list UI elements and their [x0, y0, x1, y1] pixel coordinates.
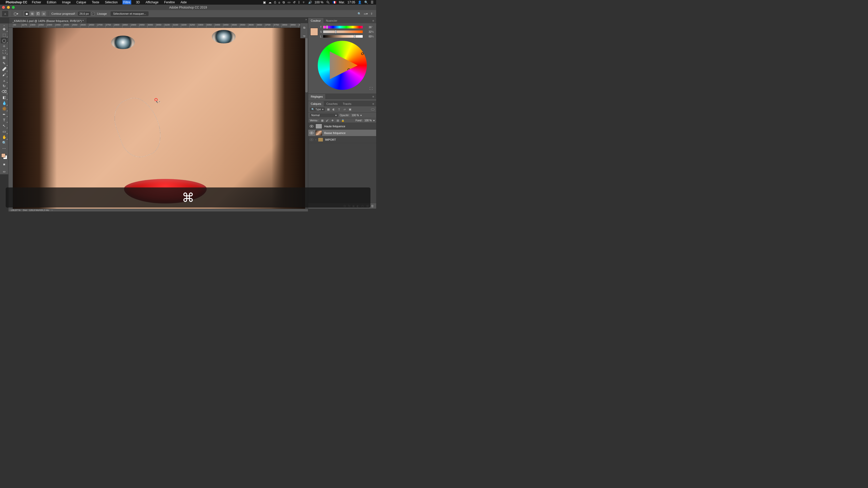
- healing-brush-tool-icon[interactable]: 🩹: [1, 66, 8, 72]
- clone-stamp-tool-icon[interactable]: ⟁: [1, 77, 8, 83]
- menu-3d[interactable]: 3D: [135, 0, 141, 4]
- menubar-day[interactable]: Mar.: [339, 1, 345, 4]
- layer-name[interactable]: IMPORT: [325, 138, 336, 141]
- volume-icon[interactable]: 🔊: [308, 1, 312, 4]
- workspace-switcher-icon[interactable]: ▭▾: [364, 12, 368, 15]
- menu-affichage[interactable]: Affichage: [145, 0, 160, 4]
- window-minimize-button[interactable]: [7, 6, 10, 9]
- color-triangle-picker[interactable]: [347, 68, 350, 71]
- layer-filter-dropdown[interactable]: 🔍 Type ▾: [310, 107, 325, 111]
- menu-image[interactable]: Image: [61, 0, 71, 4]
- fill-value[interactable]: 100 %: [365, 119, 372, 122]
- layer-thumbnail[interactable]: [315, 130, 322, 135]
- foreground-swatch[interactable]: [1, 153, 5, 158]
- pen-tool-icon[interactable]: ✒: [1, 111, 8, 117]
- menubar-time[interactable]: 17:05: [347, 1, 355, 4]
- app-name[interactable]: Photoshop CC: [6, 1, 27, 4]
- layer-name[interactable]: Basse fréquence: [324, 131, 346, 134]
- tab-couches[interactable]: Couches: [324, 101, 340, 106]
- lock-position-icon[interactable]: ✥: [331, 119, 334, 122]
- menu-fenetre[interactable]: Fenêtre: [163, 0, 176, 4]
- rectangle-tool-icon[interactable]: ▭: [1, 129, 8, 134]
- layer-visibility-icon[interactable]: [310, 125, 313, 128]
- color-swatches[interactable]: [1, 153, 8, 160]
- antialias-checkbox[interactable]: ✓: [91, 12, 95, 15]
- lum-value[interactable]: 80: [364, 35, 371, 38]
- document-image[interactable]: ↖⁺: [13, 28, 305, 208]
- zoom-tool-icon[interactable]: 🔍: [1, 140, 8, 145]
- group-expand-icon[interactable]: ›: [315, 138, 316, 141]
- lum-slider-thumb[interactable]: [354, 35, 355, 38]
- timemachine-icon[interactable]: ↺: [293, 1, 296, 4]
- doc-size-info[interactable]: Doc : 126,6 Mo/430,3 Mo: [23, 209, 49, 212]
- menu-aide[interactable]: Aide: [180, 0, 188, 4]
- search-icon[interactable]: 🔍: [358, 12, 361, 15]
- dodge-tool-icon[interactable]: 🔆: [1, 106, 8, 111]
- display-icon[interactable]: ▭: [287, 1, 290, 4]
- lock-artboard-icon[interactable]: ▤: [336, 119, 339, 122]
- color-wheel[interactable]: [318, 41, 367, 90]
- dropbox-icon[interactable]: ⧉: [283, 1, 285, 4]
- cloud-icon[interactable]: ☁: [269, 1, 272, 4]
- move-tool-icon[interactable]: ✥: [1, 26, 8, 32]
- hue-value[interactable]: 36: [364, 26, 371, 29]
- layer-name[interactable]: Haute fréquence: [324, 125, 345, 128]
- share-icon[interactable]: ⇪: [370, 12, 373, 15]
- layer-visibility-icon[interactable]: [310, 138, 313, 141]
- tool-preset-lasso[interactable]: ◯▾: [14, 11, 21, 16]
- battery-icon[interactable]: 🔌: [326, 1, 330, 4]
- screen-record-icon[interactable]: ▣: [263, 1, 266, 4]
- home-button[interactable]: ⌂: [2, 11, 8, 17]
- gradient-tool-icon[interactable]: ◧: [1, 95, 8, 100]
- select-and-mask-button[interactable]: Sélectionner et masquer...: [111, 11, 149, 16]
- layer-thumbnail[interactable]: [315, 124, 322, 129]
- filter-smart-icon[interactable]: ▣: [348, 108, 352, 111]
- bluetooth-icon[interactable]: ᛒ: [298, 1, 300, 4]
- layer-visibility-icon[interactable]: [310, 132, 313, 134]
- selection-subtract-icon[interactable]: ⧠: [36, 11, 40, 16]
- horizontal-ruler[interactable]: 00 2275 2300 2350 2400 2450 2500 2550 26…: [8, 24, 308, 28]
- eraser-tool-icon[interactable]: ⌫: [1, 89, 8, 95]
- crop-tool-icon[interactable]: ⛶: [1, 49, 8, 55]
- sat-value[interactable]: 32: [364, 30, 371, 33]
- tab-couleur[interactable]: Couleur: [308, 18, 323, 23]
- vertical-scrollbar[interactable]: [305, 28, 308, 208]
- menu-fichier[interactable]: Fichier: [31, 0, 42, 4]
- toolbox-expand-handle[interactable]: »: [0, 24, 8, 26]
- panel-collapse-handle[interactable]: »: [304, 18, 308, 22]
- color-triangle[interactable]: [327, 50, 358, 81]
- quick-mask-icon[interactable]: ◙: [1, 161, 8, 167]
- history-brush-tool-icon[interactable]: ↻: [1, 83, 8, 89]
- lock-all-icon[interactable]: 🔒: [341, 119, 345, 122]
- selection-add-icon[interactable]: ⧉: [30, 11, 35, 16]
- selection-intersect-icon[interactable]: ⧈: [41, 11, 46, 16]
- layer-row[interactable]: Haute fréquence: [308, 123, 376, 130]
- color-main-swatch[interactable]: [310, 28, 318, 36]
- menu-filtre[interactable]: Filtre: [122, 0, 131, 4]
- hue-slider-thumb[interactable]: [326, 25, 328, 29]
- vertical-ruler[interactable]: [8, 28, 13, 208]
- luminance-slider[interactable]: [323, 35, 363, 38]
- delete-layer-icon[interactable]: 🗑: [371, 204, 374, 208]
- battery-percent[interactable]: 100 %: [315, 1, 323, 4]
- color-panel-menu-icon[interactable]: ≡: [370, 18, 376, 23]
- notification-center-icon[interactable]: ☰: [371, 1, 374, 4]
- document-tab[interactable]: _K8A0184-1.psd @ 140% (Basse fréquence, …: [9, 18, 87, 24]
- wacom-icon[interactable]: ⩍: [278, 1, 280, 4]
- lock-transparency-icon[interactable]: ▦: [320, 119, 324, 122]
- wifi-icon[interactable]: ᯤ: [303, 1, 306, 4]
- menu-calque[interactable]: Calque: [75, 0, 87, 4]
- saturation-slider[interactable]: [323, 30, 363, 33]
- user-icon[interactable]: 👤: [358, 1, 362, 4]
- filter-shape-icon[interactable]: ▱: [343, 108, 347, 111]
- filter-adjust-icon[interactable]: ◐: [332, 108, 336, 111]
- marquee-tool-icon[interactable]: ⬚: [1, 32, 8, 38]
- selection-new-icon[interactable]: ◼: [24, 11, 29, 16]
- menu-edition[interactable]: Edition: [46, 0, 57, 4]
- spotlight-icon[interactable]: 🔍: [364, 1, 368, 4]
- lock-pixels-icon[interactable]: 🖌: [326, 119, 329, 122]
- filter-toggle[interactable]: [371, 108, 375, 110]
- lasso-tool-icon[interactable]: ◯: [1, 38, 8, 43]
- layer-row[interactable]: Basse fréquence: [308, 130, 376, 136]
- hand-tool-icon[interactable]: ✋: [1, 134, 8, 140]
